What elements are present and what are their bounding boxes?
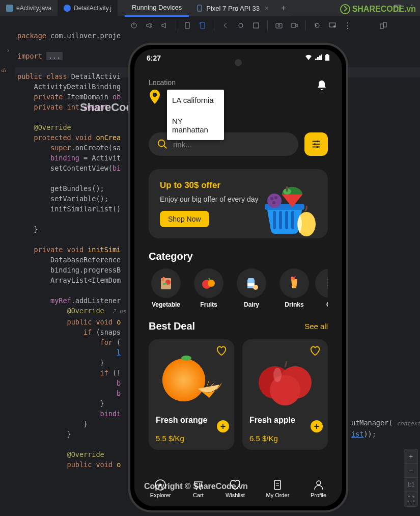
category-list[interactable]: Vegetable Fruits Dairy Drinks Gr	[149, 268, 328, 308]
app-content: Location LA california NY manhattan rink…	[134, 73, 342, 506]
variable: b	[117, 379, 121, 387]
code-text: ActivityDetailBinding	[34, 83, 121, 91]
nav-label: Explorer	[150, 492, 171, 498]
category-drinks[interactable]: Drinks	[277, 268, 312, 308]
overview-icon[interactable]	[252, 21, 260, 30]
zoom-11-button[interactable]: 1:1	[404, 478, 417, 492]
hint: context	[397, 420, 420, 427]
screenshot-icon[interactable]	[275, 21, 283, 30]
rotate-right-icon[interactable]	[199, 21, 207, 30]
override-icon[interactable]: ‹/›	[1, 67, 6, 73]
category-label: Dairy	[244, 301, 259, 308]
nav-cart[interactable]: Cart	[192, 479, 204, 498]
category-grain[interactable]: Gr	[320, 268, 328, 308]
category-fruits[interactable]: Fruits	[191, 268, 226, 308]
reload-icon[interactable]	[313, 21, 321, 30]
keyword: void	[96, 318, 113, 326]
svg-point-20	[158, 140, 165, 147]
heart-icon[interactable]	[310, 345, 321, 357]
folded-code[interactable]: ...	[46, 52, 63, 60]
annotation: @Override	[67, 307, 104, 315]
tab-eactivity[interactable]: eActivity.java	[0, 0, 58, 16]
code-text: DatabaseReference	[50, 256, 121, 264]
keyword: super	[50, 144, 71, 152]
filter-button[interactable]	[304, 132, 328, 156]
brace: }	[100, 359, 104, 367]
svg-rect-44	[247, 283, 255, 286]
deal-card-apple[interactable]: Fresh apple 6.5 $/Kg +	[242, 339, 328, 450]
offer-card[interactable]: Up to 30$ offer Enjoy our big offer of e…	[149, 169, 328, 238]
svg-point-34	[270, 197, 273, 200]
svg-point-58	[196, 488, 198, 490]
link[interactable]: ist	[351, 430, 363, 438]
volume-up-icon[interactable]	[145, 21, 153, 30]
zoom-in-button[interactable]: +	[404, 449, 417, 464]
variable: binding	[50, 154, 79, 162]
add-button[interactable]: +	[311, 420, 323, 432]
category-vegetable[interactable]: Vegetable	[149, 268, 183, 308]
basket-icon	[251, 179, 323, 240]
nav-profile[interactable]: Profile	[311, 479, 326, 498]
resize-icon[interactable]	[379, 21, 387, 30]
svg-point-43	[208, 280, 215, 287]
dropdown-item-ny[interactable]: NY manhattan	[167, 111, 224, 140]
close-icon[interactable]: ×	[265, 4, 269, 12]
brace: }	[83, 420, 88, 428]
keyword: protected	[34, 133, 71, 142]
svg-point-27	[317, 146, 319, 148]
power-icon[interactable]	[130, 21, 138, 30]
cart-icon	[192, 479, 204, 491]
rotate-left-icon[interactable]	[183, 21, 191, 30]
more-icon[interactable]: ⋮	[344, 21, 352, 31]
back-icon[interactable]	[221, 21, 230, 30]
emulator-toolbar: ⋮	[125, 16, 393, 35]
separator	[214, 20, 214, 31]
location-row: LA california NY manhattan	[149, 90, 328, 104]
deal-card-orange[interactable]: Fresh orange 5.5 $/Kg +	[149, 339, 234, 450]
zoom-fit-button[interactable]: ⛶	[404, 492, 417, 506]
record-icon[interactable]	[290, 21, 298, 30]
keyword: private	[34, 103, 63, 111]
separator	[267, 20, 268, 31]
tab-detailactivity[interactable]: DetailActivity.j	[58, 0, 118, 16]
code-text: = Activit	[79, 154, 121, 162]
link[interactable]: l	[117, 348, 121, 357]
svg-point-8	[239, 23, 243, 28]
zoom-out-button[interactable]: −	[404, 464, 417, 478]
keyword: class	[46, 72, 67, 80]
status-time: 6:27	[147, 54, 161, 62]
add-device-button[interactable]: +	[276, 4, 291, 13]
device-tab-pixel7[interactable]: Pixel 7 Pro API 33 ×	[189, 0, 276, 16]
running-devices-tab[interactable]: Running Devices	[125, 0, 189, 17]
method: onCrea	[96, 133, 121, 142]
svg-rect-60	[274, 480, 281, 490]
home-icon[interactable]	[237, 21, 245, 30]
compass-icon	[154, 479, 166, 491]
nav-label: Profile	[311, 492, 326, 498]
code-text: setContentView(	[50, 164, 113, 172]
clipboard-icon	[271, 479, 284, 491]
code-editor[interactable]: package com.uilover.proje import ... pub…	[17, 20, 126, 470]
nav-explorer[interactable]: Explorer	[150, 479, 171, 498]
tab-label: eActivity.java	[16, 5, 51, 12]
display-settings-icon[interactable]	[328, 21, 337, 30]
vegetable-icon	[157, 274, 175, 292]
location-label: Location	[149, 78, 328, 87]
nav-wishlist[interactable]: Wishlist	[226, 479, 245, 498]
shop-now-button[interactable]: Shop Now	[160, 211, 209, 227]
code-text: ArrayList<ItemDom	[50, 276, 121, 284]
see-all-link[interactable]: See all	[304, 322, 328, 331]
phone-screen[interactable]: 6:27 Location LA california NY manhattan	[134, 49, 342, 506]
bell-icon[interactable]	[316, 79, 328, 92]
add-button[interactable]: +	[217, 420, 229, 432]
battery-icon	[325, 54, 330, 61]
fold-icon[interactable]: ›	[7, 47, 9, 54]
deals-list: Fresh orange 5.5 $/Kg + Fresh apple 6.5 …	[149, 339, 328, 450]
camera-cutout	[235, 59, 242, 66]
volume-down-icon[interactable]	[160, 21, 169, 30]
heart-icon[interactable]	[216, 345, 227, 357]
nav-myorder[interactable]: My Order	[266, 479, 289, 498]
device-panel-tabs: Running Devices Pixel 7 Pro API 33 × +	[125, 0, 291, 16]
category-dairy[interactable]: Dairy	[234, 268, 269, 308]
dropdown-item-la[interactable]: LA california	[167, 90, 224, 111]
